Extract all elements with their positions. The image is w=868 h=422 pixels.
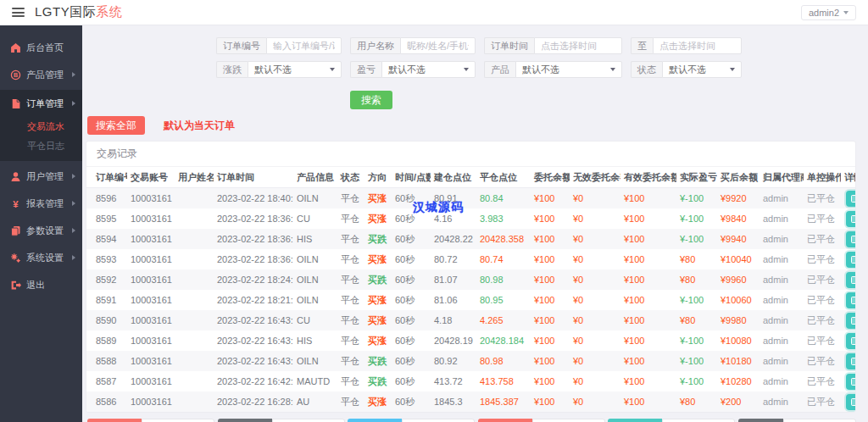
filter-user-name-label: 用户名称 xyxy=(350,37,400,54)
cell-detail xyxy=(841,229,856,249)
order-time-start-input[interactable] xyxy=(534,37,622,54)
cell-account: 10003161 xyxy=(127,290,175,310)
cell-invalid: ¥0 xyxy=(570,330,620,351)
cell-dir: 买涨 xyxy=(364,391,392,412)
cell-valid: ¥100 xyxy=(620,351,676,371)
cell-agent: admin xyxy=(760,371,804,391)
cell-dir: 买涨 xyxy=(364,330,392,351)
filter-time-to-label: 至 xyxy=(631,37,653,54)
sidebar-item-logout[interactable]: 退出 xyxy=(0,271,82,298)
cell-close: 80.98 xyxy=(476,269,531,290)
sidebar-item-home[interactable]: 后台首页 xyxy=(0,34,82,61)
chevron-right-icon xyxy=(72,101,75,106)
chevron-down-icon xyxy=(330,68,335,71)
sidebar-item-orders[interactable]: 订单管理 xyxy=(0,90,82,117)
cell-ctrl: 已平仓 xyxy=(804,188,841,209)
cell-account: 10003161 xyxy=(127,269,175,290)
search-button[interactable]: 搜索 xyxy=(350,91,392,109)
cell-open: 4.16 xyxy=(431,208,476,229)
updown-select[interactable]: 默认不选 xyxy=(248,61,342,78)
chevron-right-icon xyxy=(72,174,75,179)
summary-fee-value: ¥0 xyxy=(783,419,856,422)
filter-order-time-label: 订单时间 xyxy=(484,37,534,54)
sidebar-subitem-close-log[interactable]: 平仓日志 xyxy=(0,136,82,156)
detail-button[interactable] xyxy=(846,272,857,288)
sidebar-item-products[interactable]: B产品管理 xyxy=(0,61,82,88)
cell-entrust: ¥100 xyxy=(531,269,570,290)
order-no-input[interactable] xyxy=(266,37,342,54)
sidebar-item-label: 参数设置 xyxy=(26,225,64,237)
sidebar-item-label: 后台首页 xyxy=(26,42,64,54)
cell-close: 80.84 xyxy=(476,188,531,209)
summary-trade-count: 交易手数11笔 xyxy=(218,419,345,422)
detail-button[interactable] xyxy=(846,211,857,227)
detail-button[interactable] xyxy=(846,394,857,410)
user-menu[interactable]: admin2 xyxy=(801,5,856,20)
chevron-right-icon xyxy=(72,201,75,206)
detail-button[interactable] xyxy=(846,333,857,349)
cell-account: 10003161 xyxy=(127,351,175,371)
cell-open: 413.72 xyxy=(431,371,476,391)
cell-invalid: ¥0 xyxy=(570,290,620,310)
detail-button[interactable] xyxy=(846,313,857,329)
summary-valid-amount-label: 有效金额 xyxy=(478,419,532,422)
detail-button[interactable] xyxy=(846,292,857,308)
cell-dur: 60秒 xyxy=(392,229,431,249)
cell-detail xyxy=(841,371,856,391)
cell-after: ¥200 xyxy=(717,391,760,412)
cell-valid: ¥100 xyxy=(620,391,676,412)
sidebar-item-users[interactable]: 用户管理 xyxy=(0,163,82,190)
cell-account: 10003161 xyxy=(127,208,175,229)
detail-button[interactable] xyxy=(846,252,857,268)
product-select[interactable]: 默认不选 xyxy=(515,61,622,78)
cell-profit: ¥-100 xyxy=(676,188,717,209)
filter-order-no: 订单编号 xyxy=(216,37,342,54)
profit-select[interactable]: 默认不选 xyxy=(381,61,476,78)
cell-detail xyxy=(841,269,856,290)
cell-id: 8587 xyxy=(86,371,127,391)
updown-select-value: 默认不选 xyxy=(254,64,292,76)
status-select[interactable]: 默认不选 xyxy=(662,61,742,78)
column-header-close: 平仓点位 xyxy=(476,167,531,188)
cell-status: 平仓 xyxy=(337,371,364,391)
panel-title: 交易记录 xyxy=(86,142,855,167)
cell-name xyxy=(175,391,214,412)
cell-product: OILN xyxy=(293,188,337,209)
cell-close: 1845.387 xyxy=(476,391,531,412)
cell-product: CU xyxy=(293,208,337,229)
sidebar-item-system[interactable]: 系统设置 xyxy=(0,244,82,271)
cell-dir: 买跌 xyxy=(364,229,392,249)
sidebar-item-params[interactable]: 参数设置 xyxy=(0,217,82,244)
cell-invalid: ¥0 xyxy=(570,208,620,229)
cell-dur: 60秒 xyxy=(392,391,431,412)
summary-invalid-amount-label: 无效金额 xyxy=(608,419,662,422)
records-table: 订单编号交易账号用户姓名订单时间产品信息状态方向时间/点数建仓点位平仓点位委托余… xyxy=(86,167,856,412)
cell-name xyxy=(175,310,214,330)
cell-name xyxy=(175,290,214,310)
detail-button[interactable] xyxy=(846,231,857,247)
search-all-button[interactable]: 搜索全部 xyxy=(87,116,145,135)
trade-records-panel: 交易记录 订单编号交易账号用户姓名订单时间产品信息状态方向时间/点数建仓点位平仓… xyxy=(86,141,856,413)
cell-dur: 60秒 xyxy=(392,208,431,229)
user-name-input[interactable] xyxy=(400,37,476,54)
chevron-down-icon xyxy=(730,68,735,71)
chevron-right-icon xyxy=(72,255,75,260)
cell-id: 8588 xyxy=(86,351,127,371)
cell-invalid: ¥0 xyxy=(570,188,620,209)
sidebar-subitem-trade-flow[interactable]: 交易流水 xyxy=(0,117,82,136)
sidebar-item-reports[interactable]: ¥报表管理 xyxy=(0,190,82,217)
cell-id: 8594 xyxy=(86,229,127,249)
column-header-open: 建仓点位 xyxy=(431,167,476,188)
order-time-end-input[interactable] xyxy=(653,37,742,54)
cell-dur: 60秒 xyxy=(392,290,431,310)
detail-button[interactable] xyxy=(846,191,857,207)
detail-button[interactable] xyxy=(846,374,857,390)
summary-fee: 手续费¥0 xyxy=(738,419,856,422)
menu-toggle-icon[interactable] xyxy=(12,8,25,17)
column-header-name: 用户姓名 xyxy=(175,167,214,188)
summary-profit-total: 盈亏统计¥-380 xyxy=(87,419,214,422)
detail-button[interactable] xyxy=(846,353,857,369)
cell-invalid: ¥0 xyxy=(570,229,620,249)
svg-text:B: B xyxy=(14,71,18,77)
cell-ctrl: 已平仓 xyxy=(804,229,841,249)
